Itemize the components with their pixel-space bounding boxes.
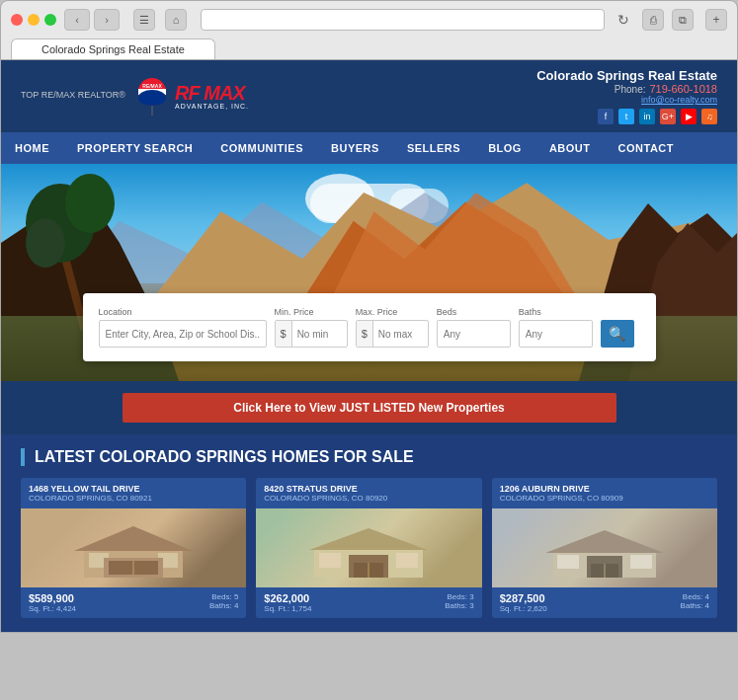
search-row: Location Min. Price $ Max. Price $ (99, 307, 640, 348)
active-tab[interactable]: Colorado Springs Real Estate (11, 39, 215, 59)
listing-sqft-1: Sq. Ft.: 4,424 (29, 604, 76, 613)
nav-item-blog[interactable]: BLOG (474, 132, 535, 164)
location-input[interactable] (99, 320, 267, 348)
search-form: Location Min. Price $ Max. Price $ (83, 293, 656, 361)
website-content: TOP RE/MAX REALTOR® RE/MAX RF M (0, 60, 738, 633)
brand-name: RF MAX (175, 83, 249, 103)
phone-number[interactable]: 719-660-1018 (649, 83, 717, 95)
min-price-label: Min. Price (275, 307, 348, 317)
beds-input[interactable] (437, 320, 511, 348)
search-button[interactable]: 🔍 (601, 320, 634, 348)
svg-rect-35 (630, 555, 652, 569)
listings-title: LATEST COLORADO SPRINGS HOMES FOR SALE (21, 448, 717, 466)
listing-card-3[interactable]: 1206 AUBURN DRIVE COLORADO SPRINGS, CO 8… (492, 478, 717, 618)
nav-item-property-search[interactable]: PROPERTY SEARCH (63, 132, 206, 164)
site-header: TOP RE/MAX REALTOR® RE/MAX RF M (1, 60, 737, 132)
svg-text:RE/MAX: RE/MAX (142, 83, 162, 89)
rss-icon[interactable]: ♫ (701, 109, 717, 124)
listing-sqft-2: Sq. Ft.: 1,754 (264, 604, 311, 613)
plus-button[interactable]: + (705, 9, 727, 31)
address-bar[interactable] (201, 9, 605, 31)
baths-input[interactable] (519, 320, 593, 348)
listing-card-2[interactable]: 8420 STRATUS DRIVE COLORADO SPRINGS, CO … (256, 478, 481, 618)
share-button[interactable]: ⎙ (642, 9, 664, 31)
phone-label: Phone: (615, 84, 646, 95)
header-title: Colorado Springs Real Estate (536, 68, 717, 83)
reload-button[interactable]: ↻ (613, 9, 634, 31)
svg-point-13 (26, 218, 65, 268)
site-navigation: HOME PROPERTY SEARCH COMMUNITIES BUYERS … (1, 132, 737, 164)
listing-beds-1: Beds: 5 Baths: 4 (209, 592, 238, 610)
nav-item-about[interactable]: ABOUT (535, 132, 605, 164)
logo-area: TOP RE/MAX REALTOR® RE/MAX RF M (21, 76, 249, 117)
baths-field: Baths (519, 307, 593, 348)
svg-point-12 (65, 174, 115, 233)
max-price-label: Max. Price (356, 307, 429, 317)
top-label: TOP RE/MAX REALTOR® (21, 90, 125, 100)
svg-rect-27 (319, 553, 341, 568)
nav-item-communities[interactable]: COMMUNITIES (206, 132, 317, 164)
baths-label: Baths (519, 307, 593, 317)
nav-item-buyers[interactable]: BUYERS (317, 132, 393, 164)
house-svg-2 (309, 523, 428, 583)
remax-balloon-icon: RE/MAX (133, 76, 171, 117)
nav-item-contact[interactable]: CONTACT (605, 132, 688, 164)
header-right: Colorado Springs Real Estate Phone: 719-… (536, 68, 717, 124)
maximize-window-button[interactable] (44, 14, 56, 26)
new-tab-button[interactable]: ⧉ (672, 9, 694, 31)
listing-address-2: 8420 STRATUS DRIVE (264, 484, 473, 494)
listing-footer-2: $262,000 Sq. Ft.: 1,754 Beds: 3 Baths: 3 (256, 587, 481, 618)
listing-city-1: COLORADO SPRINGS, CO 80921 (29, 494, 238, 503)
browser-nav-buttons: ‹ › (64, 9, 120, 31)
listing-image-3 (492, 508, 717, 587)
email-address[interactable]: info@co-realty.com (536, 95, 717, 105)
remax-logo: RE/MAX RF MAX ADVANTAGE, INC. (133, 76, 249, 117)
reader-icon[interactable]: ☰ (133, 9, 155, 31)
forward-button[interactable]: › (94, 9, 120, 31)
youtube-icon[interactable]: ▶ (681, 109, 697, 124)
nav-item-home[interactable]: HOME (1, 132, 63, 164)
browser-chrome: ‹ › ☰ ⌂ ↻ ⎙ ⧉ + Colorado Springs Real Es… (0, 0, 738, 60)
listing-beds-3: Beds: 4 Baths: 4 (681, 592, 709, 610)
listing-footer-1: $589,900 Sq. Ft.: 4,424 Beds: 5 Baths: 4 (21, 587, 246, 618)
twitter-icon[interactable]: t (618, 109, 634, 124)
listing-address-3: 1206 AUBURN DRIVE (500, 484, 709, 494)
googleplus-icon[interactable]: G+ (660, 109, 676, 124)
brand-sub: ADVANTAGE, INC. (175, 103, 249, 110)
beds-label: Beds (437, 307, 511, 317)
dollar-sign-max: $ (357, 321, 373, 347)
svg-rect-28 (396, 553, 418, 568)
listing-header-2: 8420 STRATUS DRIVE COLORADO SPRINGS, CO … (256, 478, 481, 508)
back-button[interactable]: ‹ (64, 9, 90, 31)
listings-section: LATEST COLORADO SPRINGS HOMES FOR SALE 1… (1, 434, 737, 632)
min-price-input[interactable] (292, 329, 347, 340)
facebook-icon[interactable]: f (598, 109, 614, 124)
listings-grid: 1468 YELLOW TAIL DRIVE COLORADO SPRINGS,… (21, 478, 717, 618)
social-icons: f t in G+ ▶ ♫ (536, 109, 717, 124)
listing-city-3: COLORADO SPRINGS, CO 80909 (500, 494, 709, 503)
cta-button[interactable]: Click Here to View JUST LISTED New Prope… (123, 393, 616, 423)
max-price-input[interactable] (373, 329, 428, 340)
listing-card-1[interactable]: 1468 YELLOW TAIL DRIVE COLORADO SPRINGS,… (21, 478, 246, 618)
max-price-input-group: $ (356, 320, 429, 348)
toolbar-icons: ☰ ⌂ (133, 9, 187, 31)
max-price-field: Max. Price $ (356, 307, 429, 348)
nav-item-sellers[interactable]: SELLERS (393, 132, 474, 164)
svg-marker-17 (74, 526, 193, 551)
window-buttons (11, 14, 56, 26)
home-icon[interactable]: ⌂ (165, 9, 187, 31)
close-window-button[interactable] (11, 14, 23, 26)
linkedin-icon[interactable]: in (639, 109, 655, 124)
svg-marker-25 (309, 528, 428, 550)
listing-price-1: $589,900 (29, 592, 76, 604)
remax-text: RF MAX ADVANTAGE, INC. (175, 83, 249, 110)
svg-point-2 (138, 90, 166, 106)
location-label: Location (99, 307, 267, 317)
minimize-window-button[interactable] (28, 14, 40, 26)
cta-banner: Click Here to View JUST LISTED New Prope… (1, 381, 737, 434)
search-icon: 🔍 (609, 326, 625, 342)
listing-city-2: COLORADO SPRINGS, CO 80920 (264, 494, 473, 503)
listing-image-2 (256, 508, 481, 587)
listing-header-3: 1206 AUBURN DRIVE COLORADO SPRINGS, CO 8… (492, 478, 717, 508)
dollar-sign: $ (276, 321, 292, 347)
